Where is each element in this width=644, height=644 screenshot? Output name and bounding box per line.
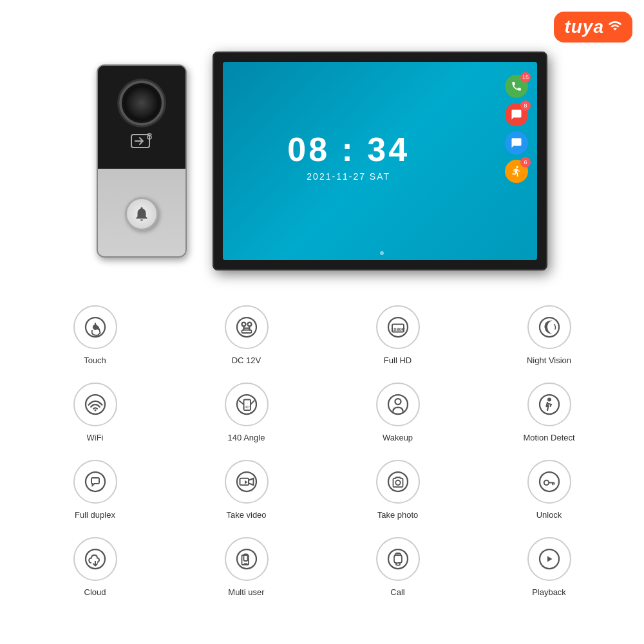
svg-point-29 (540, 472, 559, 491)
fullhd-icon: 1080P (376, 305, 420, 349)
multiuser-label: Multi user (228, 587, 264, 597)
touch-icon (73, 305, 117, 349)
fullhd-label: Full HD (384, 355, 412, 365)
wifi-label: WiFi (87, 433, 104, 442)
feature-fullduplex: Full duplex (19, 451, 171, 528)
motiondetect-label: Motion Detect (523, 433, 574, 442)
multiuser-icon (225, 537, 269, 581)
call-icon (376, 537, 420, 581)
touch-label: Touch (84, 355, 106, 365)
svg-point-20 (395, 399, 401, 404)
cloud-icon (73, 537, 117, 581)
doorbell-unit (97, 64, 187, 258)
motiondetect-icon (527, 383, 571, 426)
cloud-label: Cloud (84, 587, 106, 597)
brand-name: tuya (564, 17, 604, 37)
screen-indicator-dot (380, 251, 384, 255)
card-reader-icon (130, 132, 153, 154)
camera-area (98, 66, 185, 169)
svg-point-28 (395, 480, 401, 485)
nightvision-label: Night Vision (527, 355, 571, 365)
svg-point-27 (388, 472, 408, 491)
doorbell-lower (98, 169, 185, 259)
monitor-unit: 08 : 34 2021-11-27 SAT 15 8 6 (213, 52, 547, 270)
wifi-icon (73, 383, 117, 426)
svg-point-13 (94, 409, 96, 411)
svg-point-30 (544, 480, 549, 485)
svg-text:1080P: 1080P (391, 327, 405, 332)
camera-lens (119, 80, 164, 126)
product-display: 08 : 34 2021-11-27 SAT 15 8 6 (39, 39, 605, 283)
date-display: 2021-11-27 SAT (287, 171, 410, 182)
feature-nightvision: Night Vision (473, 296, 625, 374)
features-grid: Touch DC 12V 1080P Full HD (19, 296, 625, 605)
call-count: 15 (520, 72, 531, 82)
svg-marker-42 (547, 556, 553, 562)
svg-point-11 (540, 317, 559, 337)
notification-message: 8 (505, 103, 528, 126)
takephoto-icon (376, 460, 420, 504)
message-count: 8 (520, 100, 531, 111)
motion-count: 6 (520, 157, 531, 167)
dc12v-icon (225, 305, 269, 349)
playback-label: Playback (532, 587, 566, 597)
feature-motiondetect: Motion Detect (473, 374, 625, 451)
feature-unlock: Unlock (473, 451, 625, 528)
feature-angle: 140° 140 Angle (171, 374, 322, 451)
fullduplex-icon (73, 460, 117, 504)
feature-playback: Playback (473, 528, 625, 605)
takevideo-icon (225, 460, 269, 504)
monitor-screen: 08 : 34 2021-11-27 SAT 15 8 6 (223, 62, 537, 260)
wakeup-label: Wakeup (383, 433, 413, 442)
notification-call: 15 (505, 75, 528, 98)
takevideo-label: Take video (226, 510, 266, 520)
feature-multiuser: Multi user (171, 528, 322, 605)
feature-dc12v: DC 12V (171, 296, 322, 374)
screen-time-area: 08 : 34 2021-11-27 SAT (287, 130, 410, 182)
tuya-logo: tuya (554, 12, 632, 43)
playback-icon (527, 537, 571, 581)
svg-point-4 (237, 317, 256, 337)
unlock-label: Unlock (536, 510, 562, 520)
svg-point-23 (86, 472, 105, 491)
svg-line-16 (239, 401, 244, 404)
bell-button[interactable] (125, 197, 158, 231)
feature-takephoto: Take photo (322, 451, 473, 528)
svg-rect-25 (240, 478, 249, 485)
fullduplex-label: Full duplex (75, 510, 115, 520)
dc12v-label: DC 12V (232, 355, 261, 365)
feature-touch: Touch (19, 296, 171, 374)
notification-motion: 6 (505, 160, 528, 183)
svg-rect-7 (242, 330, 251, 333)
notification-chat (505, 131, 528, 155)
feature-cloud: Cloud (19, 528, 171, 605)
call-label: Call (390, 587, 404, 597)
nightvision-icon (527, 305, 571, 349)
svg-marker-26 (245, 480, 248, 484)
svg-text:140°: 140° (242, 405, 251, 409)
feature-call: Call (322, 528, 473, 605)
feature-fullhd: 1080P Full HD (322, 296, 473, 374)
angle-icon: 140° (225, 383, 269, 426)
feature-takevideo: Take video (171, 451, 322, 528)
feature-wakeup: Wakeup (322, 374, 473, 451)
angle-label: 140 Angle (228, 433, 265, 442)
screen-notifications: 15 8 6 (505, 75, 528, 183)
feature-wifi: WiFi (19, 374, 171, 451)
unlock-icon (527, 460, 571, 504)
svg-point-36 (237, 549, 256, 569)
takephoto-label: Take photo (377, 510, 419, 520)
time-display: 08 : 34 (287, 130, 410, 169)
wakeup-icon (376, 383, 420, 426)
wifi-signal-icon (608, 19, 622, 36)
svg-point-22 (547, 397, 551, 401)
